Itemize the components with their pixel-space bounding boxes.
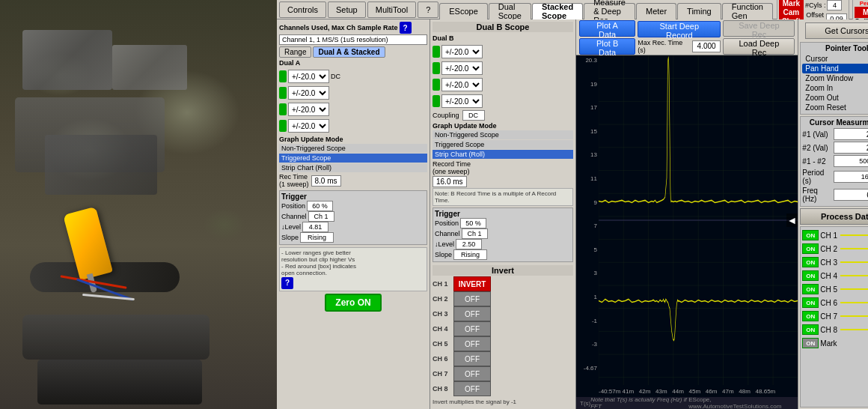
- ch6-on-toggle[interactable]: ON: [802, 297, 819, 308]
- ch5-sidebar-label: CH 5: [820, 285, 837, 294]
- tab-dual-scope[interactable]: Dual Scope: [489, 3, 531, 19]
- scope-strip[interactable]: Strip Chart (Roll): [279, 163, 427, 172]
- tool-cursor[interactable]: Cursor: [802, 54, 868, 64]
- tab-stacked-scope[interactable]: Stacked Scope: [532, 3, 583, 19]
- ch5-voltage-select[interactable]: +/-20.0: [441, 45, 483, 58]
- tool-zoom-in[interactable]: Zoom In: [802, 83, 868, 93]
- save-deep-rec-btn[interactable]: Save Deep Rec: [723, 20, 795, 37]
- trigger-channel-b: Ch 1: [462, 228, 488, 239]
- y-label-17: 17: [576, 104, 599, 111]
- channel-row-3: +/-20.0: [279, 101, 427, 118]
- plot-b-btn[interactable]: Plot B Data: [579, 38, 635, 55]
- tab-measure-deep[interactable]: Measure & Deep Rec: [584, 3, 635, 19]
- b-graph-update-label: Graph Update Mode: [433, 122, 573, 130]
- inv-ch2-btn[interactable]: OFF: [453, 291, 491, 306]
- ch8-on-toggle[interactable]: ON: [802, 324, 819, 335]
- cursor1-value: 25.168: [834, 128, 868, 140]
- inv-ch5-label: CH 5: [433, 340, 451, 348]
- ch1-voltage-select[interactable]: +/-20.0: [288, 70, 329, 83]
- dual-b-scope-title: Dual B Scope: [433, 22, 573, 32]
- x-label-7: 48m: [739, 388, 751, 395]
- note-1: - Lower ranges give better: [281, 249, 425, 256]
- x-label-1: 42m: [639, 388, 651, 395]
- plot-a-btn[interactable]: Plot A Data: [579, 20, 635, 37]
- ch6-sidebar-label: CH 6: [820, 299, 837, 307]
- invert-channels-section: CH 1 INVERT CH 2 OFF CH 3 OFF CH 4 OFF: [433, 276, 573, 396]
- zero-on-btn[interactable]: Zero ON: [325, 294, 381, 312]
- y-label-neg1: -1: [576, 318, 599, 324]
- level-label-b: ↓Level: [435, 240, 454, 248]
- help-menu[interactable]: ?: [418, 1, 438, 18]
- multitool-menu[interactable]: MultiTool: [367, 1, 416, 18]
- x-label-0: -40:57m 41m: [599, 388, 634, 395]
- x-axis: -40:57m 41m 42m 43m 44m 45m 46m 47m 48m …: [576, 385, 798, 397]
- tab-timing[interactable]: Timing: [677, 3, 721, 19]
- inv-ch4-label: CH 4: [433, 325, 451, 333]
- ch7-on-toggle[interactable]: ON: [802, 311, 819, 321]
- scope-triggered[interactable]: Triggered Scope: [279, 154, 427, 163]
- tool-zoom-out[interactable]: Zoom Out: [802, 93, 868, 103]
- ch5-indicator: [433, 46, 440, 58]
- inv-ch7-btn[interactable]: OFF: [453, 366, 491, 381]
- note-3: - Red around [box] indicates: [281, 263, 425, 270]
- trigger-b-label: Trigger: [435, 210, 571, 218]
- b-rec-time-label: Record Time: [433, 160, 573, 168]
- trigger-a-label: Trigger: [281, 193, 425, 201]
- graph-update-label: Graph Update Mode: [279, 136, 427, 143]
- channels-help-btn[interactable]: ?: [400, 22, 412, 34]
- inv-ch8-label: CH 8: [433, 385, 451, 393]
- ch1-on-toggle[interactable]: ON: [802, 230, 819, 240]
- trigger-position-a: 60 %: [307, 201, 333, 211]
- channels-a-section: +/-20.0 DC +/-20.0 +/-20.0 +/-20.0: [279, 68, 427, 134]
- ch3-on-toggle[interactable]: ON: [802, 257, 819, 267]
- ch3-voltage-select[interactable]: +/-20.0: [288, 103, 329, 116]
- trigger-slope-b: Rising: [453, 249, 487, 260]
- scope-non-triggered[interactable]: Non-Triggered Scope: [279, 144, 427, 153]
- inv-ch2-label: CH 2: [433, 295, 451, 303]
- ch7-indicator: [433, 79, 440, 91]
- ch7-sidebar-label: CH 7: [820, 312, 837, 321]
- inv-ch4-btn[interactable]: OFF: [453, 321, 491, 336]
- ch7-voltage-select[interactable]: +/-20.0: [441, 78, 483, 91]
- start-deep-record-btn[interactable]: Start Deep Record: [638, 21, 721, 37]
- inv-ch3-btn[interactable]: OFF: [453, 306, 491, 321]
- inv-ch6-btn[interactable]: OFF: [453, 351, 491, 366]
- ch4-voltage-select[interactable]: +/-20.0: [288, 119, 329, 133]
- channels-used-label: Channels Used, Max Ch Sample Rate: [279, 24, 398, 31]
- tab-escope[interactable]: EScope: [439, 3, 488, 19]
- tool-zoom-window[interactable]: Zoom Window: [802, 73, 868, 83]
- load-deep-rec-btn[interactable]: Load Deep Rec: [723, 38, 795, 55]
- process-data-btn[interactable]: Process Data: [800, 208, 868, 225]
- ch4-on-toggle[interactable]: ON: [802, 270, 819, 281]
- ch6-voltage-select[interactable]: +/-20.0: [441, 61, 483, 75]
- ch2-voltage-select[interactable]: +/-20.0: [288, 86, 329, 100]
- notes-help-btn[interactable]: ?: [281, 277, 293, 289]
- range-tab[interactable]: Range: [279, 46, 311, 58]
- b-coupling-label: Coupling: [433, 112, 459, 119]
- ch2-on-toggle[interactable]: ON: [802, 243, 819, 254]
- inv-ch6-label: CH 6: [433, 355, 451, 363]
- dual-a-stacked-tab[interactable]: Dual A & Stacked: [313, 46, 385, 58]
- ch8-sidebar-label: CH 8: [820, 326, 837, 334]
- tab-function-gen[interactable]: Function Gen: [722, 3, 773, 19]
- mark-btn[interactable]: Mark: [855, 7, 868, 18]
- b-scope-triggered[interactable]: Triggered Scope: [433, 140, 573, 149]
- scope-status-bar: T(s) Note that T(s) is actually Freq (Hz…: [576, 397, 798, 409]
- ch8-voltage-select[interactable]: +/-20.0: [441, 94, 483, 108]
- controls-menu[interactable]: Controls: [279, 1, 326, 18]
- mark-toggle[interactable]: ON: [802, 338, 819, 348]
- tool-pan-hand[interactable]: Pan Hand: [802, 64, 868, 73]
- b-scope-non-triggered[interactable]: Non-Triggered Scope: [433, 130, 573, 139]
- ch6-indicator: [433, 62, 440, 74]
- inv-ch1-btn[interactable]: INVERT: [453, 276, 491, 291]
- inv-ch5-btn[interactable]: OFF: [453, 336, 491, 351]
- ch5-on-toggle[interactable]: ON: [802, 284, 819, 294]
- setup-menu[interactable]: Setup: [328, 1, 366, 18]
- tab-meter[interactable]: Meter: [636, 3, 676, 19]
- get-cursors-btn[interactable]: Get Cursors: [805, 22, 868, 39]
- b-scope-strip[interactable]: Strip Chart (Roll): [433, 150, 573, 159]
- tool-zoom-reset[interactable]: Zoom Reset: [802, 103, 868, 112]
- ch4-indicator: [279, 120, 287, 132]
- inv-ch8-btn[interactable]: OFF: [453, 381, 491, 396]
- rec-time-value: 8.0 ms: [311, 175, 341, 187]
